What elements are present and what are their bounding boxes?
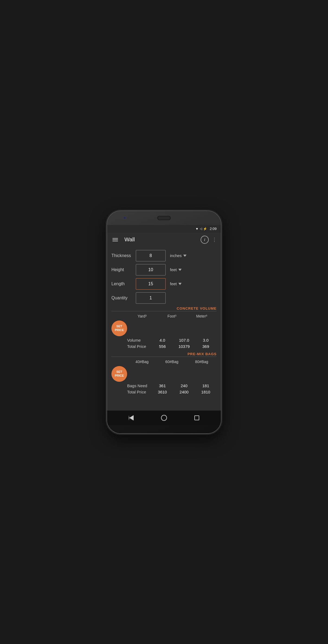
- concrete-price-col3: 369: [195, 344, 217, 349]
- concrete-volume-col2: 107.0: [173, 338, 195, 342]
- concrete-volume-col1: 4.0: [152, 338, 173, 342]
- battery-icon: ⚡: [203, 227, 207, 231]
- concrete-col1-header: Yard³: [127, 314, 157, 318]
- phone-top-hardware: [107, 211, 221, 225]
- toolbar: Wall i ⋮: [107, 233, 221, 247]
- height-unit-dropdown[interactable]: feet: [170, 267, 182, 272]
- premix-price-col3: 1810: [195, 390, 217, 394]
- more-button[interactable]: ⋮: [211, 236, 218, 244]
- app-content: Wall i ⋮ Thickness inches Height: [107, 233, 221, 425]
- length-row: Length feet: [111, 278, 217, 290]
- bottom-nav-bar: [107, 411, 221, 425]
- thickness-input[interactable]: [136, 250, 166, 261]
- bags-need-row: Bags Need 361 240 181: [111, 383, 217, 388]
- nav-home-button[interactable]: [161, 415, 167, 421]
- thickness-unit-arrow: [183, 255, 186, 257]
- concrete-col-headers: Yard³ Foot³ Meter³: [111, 314, 217, 318]
- premix-col2-header: 60#Bag: [157, 360, 187, 364]
- status-time: 2:09: [210, 227, 217, 231]
- length-label: Length: [111, 281, 136, 286]
- bags-col3: 181: [195, 383, 217, 388]
- phone-bottom-hardware: [107, 425, 221, 433]
- concrete-setprice-row: SETPRICE: [111, 321, 217, 336]
- main-scroll: Thickness inches Height feet Length: [107, 247, 221, 411]
- info-button[interactable]: i: [201, 236, 209, 244]
- quantity-input[interactable]: [136, 292, 166, 304]
- premix-col1-header: 40#Bag: [127, 360, 157, 364]
- concrete-price-label: Total Price: [127, 344, 152, 349]
- concrete-volume-divider: [111, 311, 217, 311]
- premix-price-label: Total Price: [127, 390, 152, 394]
- premix-section-title: PRE-MIX BAGS: [111, 352, 217, 356]
- premix-price-row: Total Price 3610 2400 1810: [111, 390, 217, 394]
- concrete-volume-row: Volume 4.0 107.0 3.0: [111, 338, 217, 342]
- height-unit-label: feet: [170, 267, 177, 272]
- quantity-row: Quantity: [111, 292, 217, 304]
- bags-label: Bags Need: [127, 383, 152, 388]
- phone-shell: ▼ ◁ ⚡ 2:09 Wall i ⋮ Thickness: [107, 211, 221, 433]
- premix-set-price-button[interactable]: SETPRICE: [111, 366, 127, 382]
- height-input[interactable]: [136, 264, 166, 275]
- toolbar-actions: i ⋮: [201, 236, 218, 244]
- length-unit-label: feet: [170, 281, 177, 286]
- signal-icon: ◁: [200, 227, 202, 230]
- premix-price-col2: 2400: [173, 390, 195, 394]
- concrete-price-row: Total Price 556 10379 369: [111, 344, 217, 349]
- bags-col1: 361: [152, 383, 173, 388]
- concrete-set-price-button[interactable]: SETPRICE: [111, 321, 127, 336]
- concrete-col2-header: Foot³: [157, 314, 187, 318]
- length-input[interactable]: [136, 278, 166, 290]
- thickness-label: Thickness: [111, 253, 136, 258]
- thickness-unit-label: inches: [170, 253, 182, 258]
- nav-back-button[interactable]: [129, 415, 134, 421]
- status-bar: ▼ ◁ ⚡ 2:09: [107, 225, 221, 233]
- wifi-icon: ▼: [195, 227, 199, 231]
- concrete-price-col2: 10379: [173, 344, 195, 349]
- height-row: Height feet: [111, 264, 217, 275]
- concrete-price-col1: 556: [152, 344, 173, 349]
- height-unit-arrow: [178, 269, 182, 271]
- status-icons: ▼ ◁ ⚡ 2:09: [195, 227, 217, 231]
- premix-price-col1: 3610: [152, 390, 173, 394]
- thickness-row: Thickness inches: [111, 250, 217, 261]
- concrete-volume-section-title: CONCRETE VOLUME: [111, 306, 217, 310]
- nav-recents-button[interactable]: [194, 415, 199, 420]
- premix-setprice-row: SETPRICE: [111, 366, 217, 382]
- length-unit-dropdown[interactable]: feet: [170, 281, 182, 286]
- concrete-volume-col3: 3.0: [195, 338, 217, 342]
- menu-button[interactable]: [110, 236, 120, 243]
- bags-col2: 240: [173, 383, 195, 388]
- length-unit-arrow: [178, 283, 182, 285]
- toolbar-title: Wall: [124, 236, 201, 243]
- volume-label: Volume: [127, 338, 152, 342]
- premix-col-headers: 40#Bag 60#Bag 80#Bag: [111, 360, 217, 364]
- earpiece-speaker: [157, 216, 171, 220]
- back-triangle-icon: [129, 415, 134, 421]
- premix-col3-header: 80#Bag: [187, 360, 217, 364]
- premix-divider: [111, 357, 217, 357]
- thickness-unit-dropdown[interactable]: inches: [170, 253, 186, 258]
- concrete-col3-header: Meter³: [187, 314, 217, 318]
- front-camera: [123, 217, 126, 219]
- quantity-label: Quantity: [111, 296, 136, 300]
- height-label: Height: [111, 267, 136, 272]
